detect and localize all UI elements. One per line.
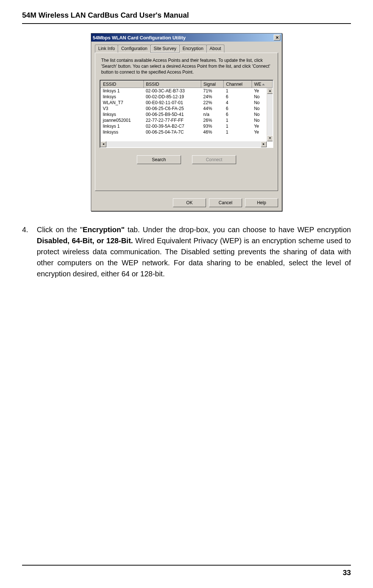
cancel-button[interactable]: Cancel	[209, 198, 242, 207]
connect-button[interactable]: Connect	[192, 155, 236, 164]
cell-bssid: 00-E0-92-11-07-01	[143, 100, 201, 106]
search-button[interactable]: Search	[137, 155, 181, 164]
cell-signal: 93%	[201, 123, 224, 129]
tab-panel: The list contains available Access Point…	[95, 53, 278, 191]
close-icon[interactable]: ✕	[274, 35, 280, 40]
config-dialog: 54Mbps WLAN Card Configuration Utility ✕…	[91, 33, 282, 211]
cell-signal: 26%	[201, 117, 224, 123]
ap-table: ESSID BSSID Signal Channel WE linksys 10…	[100, 81, 273, 135]
cell-essid: linksys 1	[101, 88, 144, 94]
scroll-left-icon[interactable]: ◄	[100, 141, 106, 147]
table-row[interactable]: WLAN_T700-E0-92-11-07-0122%4No	[101, 100, 273, 106]
tab-strip: Link Info Configuration Site Survey Encr…	[91, 42, 282, 53]
tab-site-survey[interactable]: Site Survey	[150, 45, 180, 53]
table-row[interactable]: linksys 102-00-39-5A-B2-C793%1Ye	[101, 123, 273, 129]
scroll-down-icon[interactable]: ▼	[267, 135, 273, 141]
cell-bssid: 00-06-25-04-7A-7C	[143, 129, 201, 135]
access-point-list[interactable]: ESSID BSSID Signal Channel WE linksys 10…	[100, 80, 273, 148]
step-bold1: Encryption"	[83, 226, 125, 234]
cell-channel: 1	[224, 88, 252, 94]
cell-channel: 6	[224, 111, 252, 117]
cell-bssid: 02-00-3C-AE-B7-33	[143, 88, 201, 94]
column-essid[interactable]: ESSID	[101, 81, 144, 88]
step-pre: Click on the "	[37, 226, 83, 234]
cell-essid: joanne052001	[101, 117, 144, 123]
step-number: 4.	[22, 224, 28, 235]
cell-bssid: 00-06-25-B9-5D-41	[143, 111, 201, 117]
cell-signal: 71%	[201, 88, 224, 94]
cell-bssid: 02-00-39-5A-B2-C7	[143, 123, 201, 129]
cell-bssid: 22-77-22-77-FF-FF	[143, 117, 201, 123]
cell-channel: 6	[224, 106, 252, 111]
page-header: 54M Wireless LAN CardBus Card User's Man…	[22, 11, 351, 24]
cell-essid: linksys	[101, 111, 144, 117]
vertical-scrollbar[interactable]: ▲ ▼	[267, 88, 273, 141]
column-wep[interactable]: WE	[252, 81, 272, 88]
tab-about[interactable]: About	[206, 45, 224, 53]
table-row[interactable]: joanne05200122-77-22-77-FF-FF26%1No	[101, 117, 273, 123]
ok-button[interactable]: OK	[173, 198, 206, 207]
cell-channel: 1	[224, 117, 252, 123]
horizontal-scrollbar[interactable]: ◄ ►	[100, 141, 267, 147]
cell-signal: 46%	[201, 129, 224, 135]
step-mid: tab. Under the drop-box, you can choose …	[125, 226, 351, 234]
page-footer: 33	[22, 565, 351, 577]
cell-signal: 24%	[201, 94, 224, 100]
cell-essid: linksyss	[101, 129, 144, 135]
panel-buttons: Search Connect	[100, 155, 273, 164]
page-number: 33	[343, 568, 351, 577]
cell-essid: WLAN_T7	[101, 100, 144, 106]
titlebar: 54Mbps WLAN Card Configuration Utility ✕	[91, 33, 282, 42]
cell-channel: 6	[224, 94, 252, 100]
column-signal[interactable]: Signal	[201, 81, 224, 88]
column-bssid[interactable]: BSSID	[143, 81, 201, 88]
cell-essid: linksys 1	[101, 123, 144, 129]
step-text: 4. Click on the "Encryption" tab. Under …	[22, 224, 351, 279]
column-channel[interactable]: Channel	[224, 81, 252, 88]
titlebar-text: 54Mbps WLAN Card Configuration Utility	[93, 35, 186, 40]
table-row[interactable]: linksys00-06-25-B9-5D-41n/a6No	[101, 111, 273, 117]
cell-channel: 1	[224, 123, 252, 129]
cell-signal: n/a	[201, 111, 224, 117]
help-button[interactable]: Help	[245, 198, 278, 207]
step-bold2: Disabled, 64-Bit, or 128-Bit.	[37, 237, 133, 245]
dialog-container: 54Mbps WLAN Card Configuration Utility ✕…	[22, 33, 351, 211]
cell-bssid: 00-06-25-C6-FA-25	[143, 106, 201, 111]
cell-bssid: 00-02-DD-85-12-19	[143, 94, 201, 100]
table-row[interactable]: linksys 102-00-3C-AE-B7-3371%1Ye	[101, 88, 273, 94]
tab-configuration[interactable]: Configuration	[118, 45, 150, 53]
dialog-bottom-buttons: OK Cancel Help	[91, 195, 282, 211]
tab-encryption[interactable]: Encryption	[179, 45, 207, 53]
cell-channel: 4	[224, 100, 252, 106]
instructions-text: The list contains available Access Point…	[100, 57, 273, 75]
table-row[interactable]: V300-06-25-C6-FA-2544%6No	[101, 106, 273, 111]
sort-up-icon	[262, 84, 265, 85]
cell-signal: 44%	[201, 106, 224, 111]
table-row[interactable]: linksys00-02-DD-85-12-1924%6No	[101, 94, 273, 100]
scroll-up-icon[interactable]: ▲	[267, 88, 273, 94]
scroll-right-icon[interactable]: ►	[261, 141, 267, 147]
cell-signal: 22%	[201, 100, 224, 106]
cell-channel: 1	[224, 129, 252, 135]
tab-link-info[interactable]: Link Info	[95, 45, 118, 53]
table-row[interactable]: linksyss00-06-25-04-7A-7C46%1Ye	[101, 129, 273, 135]
cell-essid: linksys	[101, 94, 144, 100]
cell-essid: V3	[101, 106, 144, 111]
